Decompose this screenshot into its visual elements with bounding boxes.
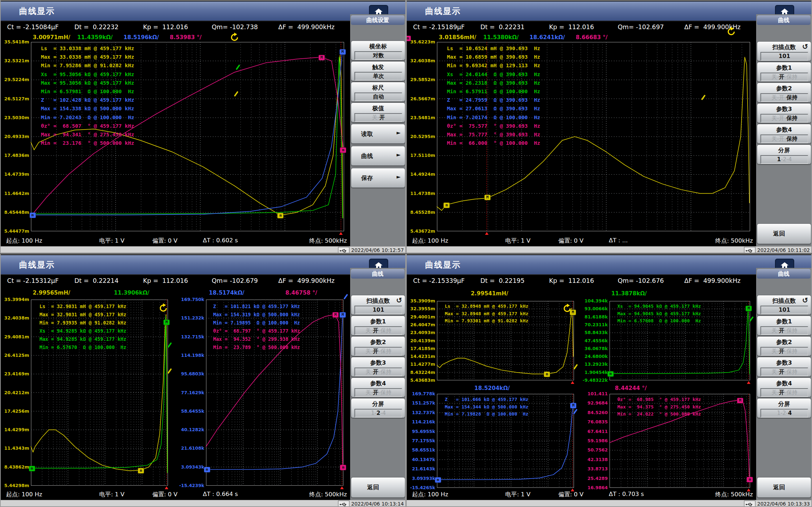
menu-button-5[interactable]: 参数4关-开-保持 [351, 377, 405, 397]
y-axis-label: 32.4038m [1, 315, 29, 321]
y-axis-label: 36.0678k [579, 346, 608, 351]
value-option: 开 [373, 327, 379, 334]
scale-per-div-label: 2.99541mH/ [471, 290, 508, 297]
marker-readout-block: Ls = 33.0338 mH @ 459.177 kHzMax = 33.03… [41, 44, 134, 147]
sweep-info-bar: 起点: 100 Hz电平: 1 V偏置: 0 VΔT : 0.602 s终点: … [1, 233, 349, 246]
y-axis-label: 32.3955m [407, 306, 435, 311]
menu-button-1[interactable]: 扫描点数↺101 [351, 295, 405, 315]
marker-min-yellow[interactable]: m [443, 202, 450, 208]
y-axis-label: 67.6411 [579, 429, 608, 434]
y-axis-label: 101.411 [579, 391, 608, 396]
marker-min-yellow[interactable]: m [544, 371, 550, 377]
value-option: 4 [788, 156, 792, 163]
menu-button-3[interactable]: 参数2关-开-保持 [757, 336, 811, 356]
menu-button-value: 关-开-保持 [760, 114, 808, 122]
marker-min-blue[interactable]: m [30, 212, 36, 218]
readout-line: Max = 154.338 kΩ @ 500.000 kHz [41, 104, 134, 113]
y-axis-label: 17.4185m [407, 346, 435, 351]
usb-icon [338, 501, 349, 507]
page-title: 曲线显示 [19, 6, 55, 17]
menu-button-label: 参数2 [351, 338, 405, 346]
value-option: 4 [788, 410, 792, 416]
value-option: 保持 [786, 389, 797, 396]
readout-line: Max = 32.8948 mH @ 459.177 kHz [445, 310, 528, 318]
readout-line: Max = 75.777 ° @ 390.693 Hz [447, 130, 540, 139]
menu-button-label: 触发 [351, 63, 405, 71]
marker-min-yellow[interactable]: m [277, 213, 284, 218]
menu-button-2[interactable]: 参数1关-开-保持 [757, 62, 811, 82]
back-button[interactable]: 返回 [757, 223, 811, 244]
y-axis-label: 23.4169m [1, 371, 29, 376]
menu-button-7[interactable]: 保存► [351, 168, 405, 188]
menu-sidebar: 曲线扫描点数↺101参数1关-开-保持参数2关-开-保持参数3关-开-保持参数4… [756, 268, 812, 500]
usb-icon [744, 501, 755, 507]
submenu-arrow-icon: ► [396, 174, 401, 180]
menu-button-6[interactable]: 分屏1-2-4 [757, 398, 811, 418]
menu-button-2[interactable]: 参数1关-开-保持 [351, 316, 405, 336]
menu-button-1[interactable]: 横坐标对数 [351, 41, 405, 60]
marker-min-green[interactable]: m [607, 371, 614, 377]
y-axis-label: 14.4231m [407, 354, 435, 359]
marker-max-green[interactable]: M [745, 306, 752, 311]
marker-min-blue[interactable]: m [204, 467, 210, 472]
marker-min-magenta[interactable]: m [747, 477, 753, 482]
marker-min-magenta[interactable]: m [406, 36, 411, 41]
menu-button-2[interactable]: 触发单次 [351, 61, 405, 81]
menu-button-4[interactable]: 参数3关-开-保持 [757, 103, 811, 123]
readout-line: Xs = 95.3056 kΩ @ 459.177 kHz [41, 70, 134, 79]
marker-max-magenta[interactable]: M [737, 398, 743, 403]
readout-line: Max = 154.319 kΩ @ 500.000 kHz [213, 311, 300, 319]
marker-min-yellow[interactable]: m [138, 468, 144, 474]
menu-button-value: 1-2-4 [354, 409, 402, 417]
menu-button-5[interactable]: 参数4关-开-保持 [757, 124, 811, 144]
menu-button-value: 关-开-保持 [760, 93, 808, 102]
marker-max-blue[interactable]: M [339, 312, 346, 318]
sweep-param-4: ΔT : 0.664 s [203, 491, 238, 497]
sweep-param-2: 电平: 1 V [99, 491, 125, 498]
menu-button-value: 101 [760, 52, 808, 60]
readout-line: Min = 7.20243 Ω @ 100.000 Hz [41, 113, 134, 122]
menu-button-6[interactable]: 曲线► [351, 146, 405, 166]
menu-button-6[interactable]: 分屏1-2-4 [351, 398, 405, 418]
marker-max-magenta[interactable]: M [318, 55, 325, 60]
menu-button-3[interactable]: 参数2关-开-保持 [351, 336, 405, 356]
marker-max-blue[interactable]: M [570, 403, 576, 408]
marker-min-magenta[interactable]: m [340, 465, 346, 470]
marker-min-blue[interactable]: m [435, 477, 441, 483]
value-option: 开 [373, 348, 379, 354]
back-button[interactable]: 返回 [757, 477, 811, 498]
menu-button-5[interactable]: 读取► [351, 124, 405, 144]
menu-button-2[interactable]: 参数1关-开-保持 [757, 316, 811, 336]
marker-max-yellow[interactable]: M [484, 195, 491, 200]
menu-button-5[interactable]: 参数4关-开-保持 [757, 377, 811, 397]
menu-button-value: 关-开-保持 [354, 388, 402, 397]
menu-button-1[interactable]: 扫描点数↺101 [757, 41, 811, 61]
menu-button-3[interactable]: 参数2关-开-保持 [757, 83, 811, 102]
back-button[interactable]: 返回 [351, 477, 405, 498]
readout-line: θz° = 68.985 ° @ 459.177 kHz [617, 396, 701, 403]
y-axis-label: 29.4001m [407, 314, 435, 319]
y-axis-label: 132.715k [175, 334, 204, 339]
menu-button-6[interactable]: 分屏1-2-4 [757, 144, 811, 164]
marker-max-green[interactable]: M [163, 319, 170, 325]
menu-button-label: 分屏 [757, 147, 811, 154]
menu-button-4[interactable]: 极值关-开 [351, 102, 405, 122]
marker-min-magenta[interactable]: m [340, 147, 346, 153]
submenu-arrow-icon: ► [396, 130, 401, 136]
back-button-label: 返回 [367, 484, 379, 491]
scale-per-div-label: 18.5196kΩ/ [123, 34, 159, 41]
readout-line: Min = 23.176 ° @ 500.000 kHz [41, 139, 134, 147]
menu-button-4[interactable]: 参数3关-开-保持 [351, 357, 405, 377]
y-axis-label: 84.5260 [579, 410, 608, 415]
marker-min-green[interactable]: m [29, 466, 35, 471]
measurement-value: Kp = 112.016 [549, 277, 594, 284]
marker-max-magenta[interactable]: M [332, 312, 339, 318]
menu-button-3[interactable]: 标尺自动 [351, 82, 405, 102]
marker-max-blue[interactable]: M [339, 49, 346, 55]
menu-button-4[interactable]: 参数3关-开-保持 [757, 357, 811, 377]
y-axis-label: 26.5667m [407, 96, 435, 101]
measurement-value: Kp = 112.016 [549, 23, 594, 31]
menu-button-1[interactable]: 扫描点数↺101 [757, 295, 811, 315]
readout-line: Ls = 10.6524 mH @ 390.693 Hz [447, 44, 540, 53]
marker-readout-block: Z = 101.821 kΩ @ 459.177 kHzMax = 154.31… [213, 302, 300, 352]
